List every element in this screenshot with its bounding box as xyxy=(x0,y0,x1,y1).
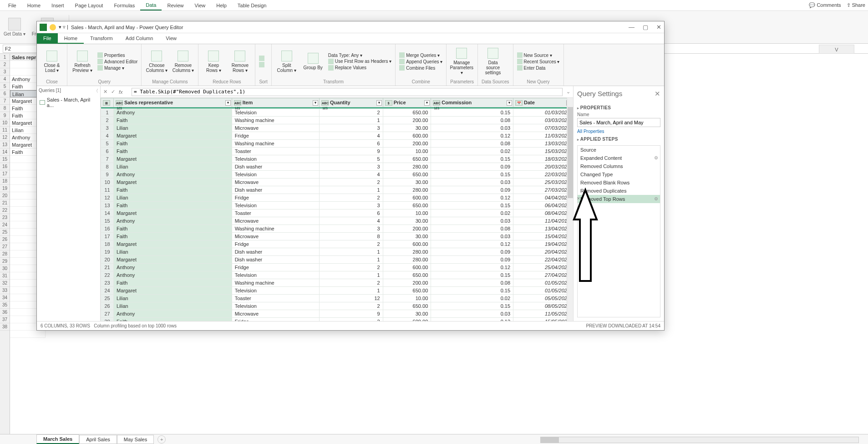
column-header-price[interactable]: $Price▾ xyxy=(383,98,431,107)
recent-sources-button[interactable]: Recent Sources ▾ xyxy=(517,59,560,64)
merge-queries-button[interactable]: Merge Queries ▾ xyxy=(399,52,442,58)
pq-tab-file[interactable]: File xyxy=(37,33,58,44)
applied-step-source[interactable]: Source xyxy=(578,146,660,154)
sort-desc-button[interactable] xyxy=(259,62,264,67)
refresh-preview-button[interactable]: Refresh Preview ▾ xyxy=(71,51,94,73)
keep-rows-button[interactable]: Keep Rows ▾ xyxy=(202,51,225,73)
excel-tab-home[interactable]: Home xyxy=(22,1,46,10)
table-row[interactable]: 6FaithToaster910.000.0215/03/2022 xyxy=(101,148,573,155)
excel-tab-insert[interactable]: Insert xyxy=(46,1,70,10)
pq-tab-home[interactable]: Home xyxy=(58,33,84,44)
combine-files-button[interactable]: Combine Files xyxy=(399,65,442,71)
remove-rows-button[interactable]: Remove Rows ▾ xyxy=(228,51,251,73)
table-row[interactable]: 15AnthonyMicrowave430.000.0311/04/2018 xyxy=(101,217,573,225)
filter-dropdown-icon[interactable]: ▾ xyxy=(225,100,231,106)
query-name-input[interactable] xyxy=(577,118,660,127)
table-row[interactable]: 5FaithWashing machine6200.000.0813/03/20… xyxy=(101,140,573,148)
step-delete-icon[interactable]: ✕ xyxy=(577,196,580,201)
table-row[interactable]: 3LilianMicrowave330.000.0307/03/2022 xyxy=(101,124,573,132)
table-row[interactable]: 23FaithWashing machine2200.000.0801/05/2… xyxy=(101,279,573,287)
close-button[interactable]: ✕ xyxy=(656,24,661,31)
group-by-button[interactable]: Group By xyxy=(302,53,325,70)
append-queries-button[interactable]: Append Queries ▾ xyxy=(399,59,442,64)
manage-button[interactable]: Manage ▾ xyxy=(97,65,137,71)
properties-section-header[interactable]: PROPERTIES xyxy=(577,105,660,110)
table-row[interactable]: 26LilianTelevision2650.000.1508/05/2022 xyxy=(101,302,573,310)
queries-panel-collapse[interactable]: 〈 xyxy=(94,88,98,94)
excel-tab-help[interactable]: Help xyxy=(211,1,232,10)
table-row[interactable]: 8LilianDish washer3280.000.0920/03/2022 xyxy=(101,163,573,171)
data-type-button[interactable]: Data Type: Any ▾ xyxy=(328,53,391,58)
table-row[interactable]: 21AnthonyFridge2600.000.1225/04/2022 xyxy=(101,264,573,271)
filter-dropdown-icon[interactable]: ▾ xyxy=(507,100,512,106)
fx-cancel-icon[interactable]: ✕ xyxy=(103,89,107,95)
column-header-item[interactable]: ABC 123Item▾ xyxy=(232,98,319,107)
comments-button[interactable]: 💬 Comments xyxy=(809,2,841,8)
applied-step-removed-duplicates[interactable]: Removed Duplicates xyxy=(578,187,660,195)
use-first-row-headers-button[interactable]: Use First Row as Headers ▾ xyxy=(328,59,391,64)
enter-data-button[interactable]: Enter Data xyxy=(517,65,560,71)
grid-scrollbar[interactable] xyxy=(567,98,573,321)
filter-dropdown-icon[interactable]: ▾ xyxy=(313,100,318,106)
column-header-commission[interactable]: ABC 123Commission▾ xyxy=(431,98,513,107)
close-and-load-button[interactable]: Close & Load ▾ xyxy=(41,51,63,73)
split-column-button[interactable]: Split Column ▾ xyxy=(275,51,298,73)
sheet-tab-march-sales[interactable]: March Sales xyxy=(36,434,79,444)
excel-tab-view[interactable]: View xyxy=(189,1,211,10)
fx-commit-icon[interactable]: ✓ xyxy=(111,89,115,95)
table-row[interactable]: 7MargaretTelevision5650.000.1518/03/2022 xyxy=(101,155,573,163)
data-grid[interactable]: ⊞ABC 123Sales representative▾ABC 123Item… xyxy=(101,98,573,321)
pq-tab-view[interactable]: View xyxy=(159,33,183,44)
query-item[interactable]: Sales - March, April a... xyxy=(39,96,98,109)
step-gear-icon[interactable]: ⚙ xyxy=(654,155,658,160)
horizontal-scrollbar[interactable] xyxy=(540,437,859,443)
choose-columns-button[interactable]: Choose Columns ▾ xyxy=(145,51,168,73)
applied-step-removed-blank-rows[interactable]: Removed Blank Rows xyxy=(578,179,660,187)
applied-step-removed-columns[interactable]: Removed Columns xyxy=(578,162,660,170)
name-box[interactable]: F2 xyxy=(3,45,38,53)
table-row[interactable]: 13FaithTelevision3650.000.1506/04/2022 xyxy=(101,202,573,209)
formula-input[interactable] xyxy=(132,88,563,96)
sheet-tab-may-sales[interactable]: May Sales xyxy=(117,435,154,444)
share-button[interactable]: ⇪ Share xyxy=(847,2,865,8)
applied-step-changed-type[interactable]: Changed Type xyxy=(578,170,660,179)
table-row[interactable]: 19LilianDish washer1280.000.0920/04/2022 xyxy=(101,248,573,256)
data-source-settings-button[interactable]: Data source settings xyxy=(482,48,504,75)
step-gear-icon[interactable]: ⚙ xyxy=(654,196,658,201)
table-row[interactable]: 16FaithWashing machine3200.000.0813/04/2… xyxy=(101,225,573,233)
excel-tab-review[interactable]: Review xyxy=(162,1,189,10)
table-row[interactable]: 11FaithDish washer1280.000.0927/03/2022 xyxy=(101,186,573,194)
table-row[interactable]: 18MargaretFridge2600.000.1219/04/2022 xyxy=(101,240,573,248)
column-header-sales-representative[interactable]: ABC 123Sales representative▾ xyxy=(114,98,232,107)
remove-columns-button[interactable]: Remove Columns ▾ xyxy=(172,51,194,73)
properties-button[interactable]: Properties xyxy=(97,52,137,58)
applied-steps-header[interactable]: APPLIED STEPS xyxy=(577,137,660,142)
pq-tab-transform[interactable]: Transform xyxy=(84,33,119,44)
table-row[interactable]: 10MargaretMicrowave230.000.0325/03/2022 xyxy=(101,179,573,186)
column-header-quantity[interactable]: ABC 123Quantity▾ xyxy=(320,98,383,107)
table-row[interactable]: 22AnthonyTelevision1650.000.1527/04/2022 xyxy=(101,271,573,279)
table-row[interactable]: 2FaithWashing machine1200.000.0803/03/20… xyxy=(101,117,573,124)
maximize-button[interactable]: ▢ xyxy=(643,24,648,31)
pq-tab-add-column[interactable]: Add Column xyxy=(119,33,160,44)
fx-expand-icon[interactable]: ⌄ xyxy=(566,89,570,95)
filter-dropdown-icon[interactable]: ▾ xyxy=(424,100,430,106)
table-row[interactable]: 1AnthonyTelevision2650.000.1501/03/2022 xyxy=(101,109,573,117)
applied-step-removed-top-rows[interactable]: ✕Removed Top Rows⚙ xyxy=(578,195,660,203)
excel-tab-data[interactable]: Data xyxy=(140,0,162,10)
excel-tab-file[interactable]: File xyxy=(3,1,22,10)
table-row[interactable]: 25LilianToaster1210.000.0205/05/2022 xyxy=(101,295,573,302)
all-properties-link[interactable]: All Properties xyxy=(577,129,660,134)
table-row[interactable]: 4MargaretFridge4600.000.1211/03/2022 xyxy=(101,132,573,140)
table-row[interactable]: 17FaithMicrowave830.000.0315/04/2022 xyxy=(101,233,573,240)
sort-asc-button[interactable] xyxy=(259,56,264,61)
table-row[interactable]: 14MargaretToaster610.000.0208/04/2022 xyxy=(101,209,573,217)
query-settings-close[interactable]: ✕ xyxy=(655,90,660,98)
replace-values-button[interactable]: Replace Values xyxy=(328,65,391,71)
minimize-button[interactable]: — xyxy=(629,24,635,31)
sheet-tab-april-sales[interactable]: April Sales xyxy=(79,435,117,444)
column-header-date[interactable]: 📅Date▾ xyxy=(513,98,573,107)
column-header-far[interactable]: V xyxy=(819,45,854,54)
table-row[interactable]: 12LilianFridge2600.000.1204/04/2022 xyxy=(101,194,573,202)
manage-parameters-button[interactable]: Manage Parameters ▾ xyxy=(450,48,473,75)
